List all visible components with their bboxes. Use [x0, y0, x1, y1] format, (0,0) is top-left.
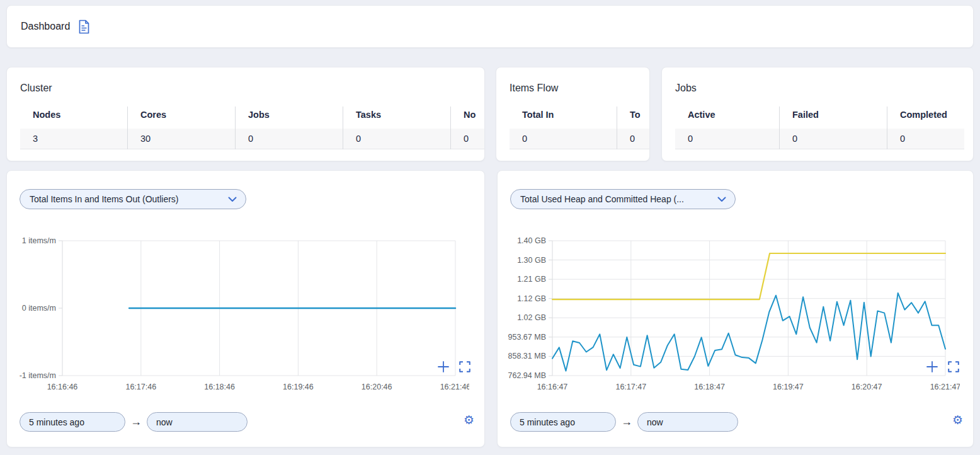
svg-text:16:21:46: 16:21:46 — [440, 383, 469, 391]
metric-select[interactable]: Total Items In and Items Out (Outliers) — [20, 189, 246, 209]
stat-column-header: Completed — [887, 107, 964, 123]
time-from-value: 5 minutes ago — [29, 417, 84, 427]
svg-text:1.12 GB: 1.12 GB — [517, 294, 546, 303]
svg-text:953.67 MB: 953.67 MB — [508, 333, 546, 342]
svg-text:16:18:46: 16:18:46 — [204, 383, 235, 391]
svg-text:16:16:46: 16:16:46 — [47, 383, 78, 391]
svg-text:1.02 GB: 1.02 GB — [517, 313, 546, 322]
time-to-value: now — [156, 417, 173, 427]
time-range-controls: 5 minutes ago → now — [510, 412, 738, 432]
items-flow-card: Items Flow Total In0To0 — [496, 67, 650, 161]
stat-column-value: 0 — [236, 129, 343, 149]
svg-text:1.40 GB: 1.40 GB — [517, 236, 546, 245]
chevron-down-icon — [228, 197, 237, 202]
stat-column-header: Cores — [128, 107, 235, 123]
stat-column: Cores30 — [127, 107, 235, 149]
series-used-heap-mb — [552, 293, 945, 371]
stat-column-value: 0 — [887, 129, 964, 149]
stat-column-value: 0 — [675, 129, 779, 149]
heap-chart-panel: Total Used Heap and Committed Heap (... … — [497, 170, 974, 447]
stat-column-value: 0 — [780, 129, 887, 149]
arrow-right-icon: → — [621, 415, 632, 429]
cluster-card-title: Cluster — [20, 83, 52, 94]
svg-text:-1 items/m: -1 items/m — [20, 371, 56, 380]
time-from-value: 5 minutes ago — [520, 417, 575, 427]
time-to-input[interactable]: now — [637, 412, 738, 432]
gear-icon[interactable]: ⚙ — [464, 414, 474, 426]
stat-column-header: Nodes — [20, 107, 127, 123]
chevron-down-icon — [717, 197, 726, 202]
gear-icon[interactable]: ⚙ — [952, 414, 963, 426]
items-line-chart: 16:16:4616:17:4616:18:4616:19:4616:20:46… — [13, 234, 469, 396]
svg-text:16:19:47: 16:19:47 — [773, 383, 804, 391]
header-bar: Dashboard — [6, 5, 974, 48]
cluster-stats-table: Nodes3Cores30Jobs0Tasks0No0 — [20, 107, 485, 149]
items-flow-stats-table: Total In0To0 — [510, 107, 650, 149]
svg-text:16:19:46: 16:19:46 — [283, 383, 314, 391]
stat-column-value: 30 — [128, 129, 235, 149]
stat-column: To0 — [617, 107, 650, 149]
stat-column-header: To — [617, 107, 650, 123]
stat-column: Total In0 — [510, 107, 617, 149]
stat-column-header: No — [451, 107, 485, 123]
svg-text:762.94 MB: 762.94 MB — [508, 371, 546, 380]
stat-column-header: Tasks — [343, 107, 450, 123]
stat-column: Nodes3 — [20, 107, 127, 149]
heap-line-chart: 16:16:4716:17:4716:18:4716:19:4716:20:47… — [504, 234, 960, 396]
arrow-right-icon: → — [130, 415, 142, 429]
items-chart-panel: Total Items In and Items Out (Outliers) … — [6, 170, 485, 447]
jobs-card-title: Jobs — [675, 83, 697, 94]
stat-column-value: 0 — [451, 129, 485, 149]
stat-column-value: 0 — [510, 129, 617, 149]
time-from-input[interactable]: 5 minutes ago — [20, 412, 125, 432]
items-flow-card-title: Items Flow — [510, 83, 558, 94]
svg-text:16:18:47: 16:18:47 — [694, 383, 725, 391]
svg-text:16:17:47: 16:17:47 — [615, 383, 646, 391]
svg-text:1.21 GB: 1.21 GB — [517, 275, 546, 284]
stat-column: Completed0 — [887, 107, 964, 149]
page-title: Dashboard — [21, 21, 70, 32]
time-from-input[interactable]: 5 minutes ago — [510, 412, 616, 432]
svg-text:858.31 MB: 858.31 MB — [508, 352, 546, 360]
time-to-input[interactable]: now — [147, 412, 248, 432]
svg-text:1 items/m: 1 items/m — [22, 236, 56, 245]
jobs-stats-table: Active0Failed0Completed0 — [675, 107, 964, 149]
stat-column-header: Total In — [510, 107, 617, 123]
svg-text:0 items/m: 0 items/m — [22, 304, 56, 313]
stat-column: Tasks0 — [343, 107, 450, 149]
svg-text:16:17:46: 16:17:46 — [125, 383, 156, 391]
cluster-card: Cluster Nodes3Cores30Jobs0Tasks0No0 — [6, 67, 485, 161]
time-to-value: now — [647, 417, 663, 427]
metric-select-label: Total Items In and Items Out (Outliers) — [30, 194, 179, 204]
svg-text:16:20:46: 16:20:46 — [362, 383, 392, 391]
stat-column-header: Failed — [780, 107, 887, 123]
stat-column-value: 0 — [343, 129, 450, 149]
stat-column: Failed0 — [779, 107, 887, 149]
metric-select[interactable]: Total Used Heap and Committed Heap (... — [510, 189, 736, 209]
svg-text:16:20:47: 16:20:47 — [852, 383, 882, 391]
stat-column-value: 0 — [617, 129, 650, 149]
stat-column: Jobs0 — [235, 107, 343, 149]
svg-text:16:21:47: 16:21:47 — [930, 383, 960, 391]
jobs-card: Jobs Active0Failed0Completed0 — [661, 67, 974, 161]
document-icon[interactable] — [78, 20, 90, 34]
stat-column-value: 3 — [20, 129, 127, 149]
svg-text:1.30 GB: 1.30 GB — [517, 256, 546, 265]
stat-column: Active0 — [675, 107, 779, 149]
stat-column-header: Active — [675, 107, 779, 123]
stat-column: No0 — [450, 107, 485, 149]
stat-column-header: Jobs — [236, 107, 343, 123]
svg-text:16:16:47: 16:16:47 — [537, 383, 568, 391]
metric-select-label: Total Used Heap and Committed Heap (... — [520, 194, 684, 204]
time-range-controls: 5 minutes ago → now — [20, 412, 248, 432]
